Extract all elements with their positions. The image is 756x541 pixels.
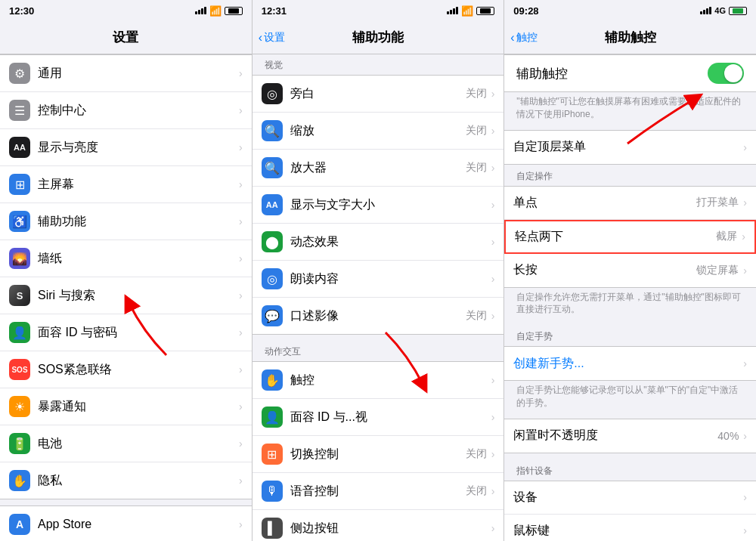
- nav-title-3: 辅助触控: [605, 29, 656, 46]
- tongyong-icon: ⚙: [9, 63, 30, 84]
- list-item-yuyin[interactable]: 🎙 语音控制 关闭 ›: [253, 473, 504, 510]
- list-item-xianshiwenzi[interactable]: AA 显示与文字大小 ›: [253, 187, 504, 224]
- list-item-diandian[interactable]: 🔋 电池 ›: [0, 425, 252, 462]
- diandian-label: 电池: [38, 436, 239, 452]
- baoguang-chevron: ›: [239, 400, 243, 413]
- list-item-changn[interactable]: 长按 锁定屏幕 ›: [504, 254, 756, 287]
- battery-icon-2: [476, 7, 494, 15]
- list-item-suofang[interactable]: 🔍 缩放 关闭 ›: [253, 113, 504, 150]
- shubiao-label: 鼠标键: [513, 523, 743, 539]
- siri-icon: S: [9, 285, 30, 306]
- list-item-appstore[interactable]: A App Store ›: [0, 506, 252, 541]
- list-item-pangbai[interactable]: ◎ 旁白 关闭 ›: [253, 76, 504, 113]
- chuangjian-label: 创建新手势...: [513, 356, 743, 372]
- nav-back-2[interactable]: ‹ 设置: [259, 31, 285, 45]
- panel-settings: 12:30 📶 设置 ⚙ 通用 › ☰ 控制中心: [0, 0, 253, 541]
- list-item-siri[interactable]: S Siri 与搜索 ›: [0, 277, 252, 314]
- list-item-bizhi[interactable]: 🌄 墙纸 ›: [0, 240, 252, 277]
- signal-icon-3: [700, 7, 711, 14]
- xianshi-chevron: ›: [239, 141, 243, 153]
- yuyin-value: 关闭: [466, 484, 487, 498]
- bizhi-icon: 🌄: [9, 248, 30, 269]
- list-item-sos[interactable]: SOS SOS紧急联络 ›: [0, 351, 252, 388]
- status-icons-2: 📶: [447, 5, 494, 17]
- sos-chevron: ›: [239, 363, 243, 376]
- section-header-visual: 视觉: [253, 54, 504, 75]
- nav-title-2: 辅助功能: [352, 29, 404, 46]
- list-item-mianrong[interactable]: 👤 面容 ID 与密码 ›: [0, 314, 252, 351]
- time-1: 12:30: [9, 5, 34, 17]
- list-item-qingdian[interactable]: 轻点两下 截屏 ›: [504, 220, 756, 254]
- fangdaqi-icon: 🔍: [262, 157, 283, 178]
- list-item-baoguang[interactable]: ☀ 暴露通知 ›: [0, 388, 252, 425]
- suofang-icon: 🔍: [262, 120, 283, 141]
- bizhi-label: 墙纸: [38, 251, 239, 267]
- description3: 自定手势让您能够记录您可以从"菜单"下的"自定"中激活的手势。: [504, 381, 756, 413]
- fuzhu-chevron: ›: [239, 215, 243, 227]
- nav-header-2: ‹ 设置 辅助功能: [253, 21, 504, 54]
- list-item-koushu[interactable]: 💬 口述影像 关闭 ›: [253, 298, 504, 334]
- list-item-shubiao[interactable]: 鼠标键 ›: [504, 515, 756, 541]
- dandan-value: 打开菜单: [696, 196, 739, 209]
- baoguang-label: 暴露通知: [38, 399, 239, 415]
- siri-chevron: ›: [239, 289, 243, 301]
- list-item-fangdaqi[interactable]: 🔍 放大器 关闭 ›: [253, 150, 504, 187]
- list-item-zhupingmu[interactable]: ⊞ 主屏幕 ›: [0, 166, 252, 203]
- fangdaqi-value: 关闭: [466, 161, 487, 175]
- koushu-value: 关闭: [466, 309, 487, 323]
- wifi-icon-1: 📶: [209, 5, 222, 17]
- list-item-kongzhi[interactable]: ☰ 控制中心 ›: [0, 92, 252, 129]
- suofang-label: 缩放: [290, 123, 466, 139]
- xianshiwenzi-icon: AA: [262, 194, 283, 215]
- yuyin-label: 语音控制: [290, 484, 466, 499]
- zhupingmu-icon: ⊞: [9, 174, 30, 195]
- list-item-dongtai[interactable]: ⬤ 动态效果 ›: [253, 224, 504, 261]
- status-icons-1: 📶: [195, 5, 243, 17]
- koushu-label: 口述影像: [290, 308, 466, 324]
- suofang-value: 关闭: [466, 124, 487, 138]
- status-icons-3: 4G: [700, 6, 747, 15]
- list-item-cepian[interactable]: ▌ 侧边按钮 ›: [253, 510, 504, 541]
- tongyong-label: 通用: [38, 66, 239, 82]
- pangbai-value: 关闭: [466, 87, 487, 100]
- diandian-icon: 🔋: [9, 433, 30, 454]
- dandan-label: 单点: [513, 195, 696, 211]
- xianshi-label: 显示与亮度: [38, 140, 239, 156]
- wifi-icon-2: 📶: [461, 5, 473, 17]
- list-item-chukong[interactable]: ✋ 触控 ›: [253, 362, 504, 399]
- nav-header-3: ‹ 触控 辅助触控: [504, 21, 756, 54]
- fangdaqi-label: 放大器: [290, 160, 466, 176]
- fuzhu-label: 辅助功能: [38, 214, 239, 230]
- sos-icon: SOS: [9, 359, 30, 380]
- list-item-xianshi[interactable]: AA 显示与亮度 ›: [0, 129, 252, 166]
- list-item-shebei[interactable]: 设备 ›: [504, 481, 756, 515]
- mianrong-label: 面容 ID 与密码: [38, 325, 239, 341]
- mianrong-chevron: ›: [239, 326, 243, 339]
- list-item-opacity[interactable]: 闲置时不透明度 40% ›: [504, 419, 756, 453]
- list-item-langdu[interactable]: ◎ 朗读内容 ›: [253, 261, 504, 298]
- panel-accessibility: 12:31 📶 ‹ 设置 辅助功能 视觉 ◎ 旁白 关闭 ›: [253, 0, 505, 541]
- qingdian-label: 轻点两下: [515, 229, 716, 245]
- opacity-value: 40%: [717, 430, 739, 442]
- list-item-tongyong[interactable]: ⚙ 通用 ›: [0, 55, 252, 92]
- settings-list: ⚙ 通用 › ☰ 控制中心 › AA 显示与亮度 › ⊞ 主屏幕 ›: [0, 54, 252, 541]
- list-item-topmenucustom[interactable]: 自定顶层菜单 ›: [504, 131, 756, 164]
- siri-label: Siri 与搜索: [38, 288, 239, 304]
- battery-icon-3: [729, 7, 747, 15]
- assistivetouch-toggle[interactable]: [708, 63, 744, 84]
- list-item-mianrong2[interactable]: 👤 面容 ID 与...视 ›: [253, 399, 504, 436]
- dongtai-icon: ⬤: [262, 231, 283, 252]
- list-item-chuangjian[interactable]: 创建新手势... ›: [504, 347, 756, 380]
- list-item-dandan[interactable]: 单点 打开菜单 ›: [504, 187, 756, 220]
- list-item-qiehuan[interactable]: ⊞ 切换控制 关闭 ›: [253, 436, 504, 473]
- mianrong2-label: 面容 ID 与...视: [290, 410, 491, 425]
- list-item-fuzhu[interactable]: ♿ 辅助功能 ›: [0, 203, 252, 240]
- qingdian-value: 截屏: [716, 230, 737, 243]
- sos-label: SOS紧急联络: [38, 362, 239, 378]
- nav-back-3[interactable]: ‹ 触控: [510, 31, 537, 45]
- list-item-yinsi[interactable]: ✋ 隐私 ›: [0, 462, 252, 499]
- panel-assistivetouch: 09:28 4G ‹ 触控 辅助触控 辅助触控: [504, 0, 756, 541]
- section-header-custom-gesture: 自定手势: [504, 325, 756, 346]
- main-description: "辅助触控"可让您在触摸屏幕有困难或需要自适应配件的情况下使用iPhone。: [504, 92, 756, 124]
- zhupingmu-label: 主屏幕: [38, 177, 239, 193]
